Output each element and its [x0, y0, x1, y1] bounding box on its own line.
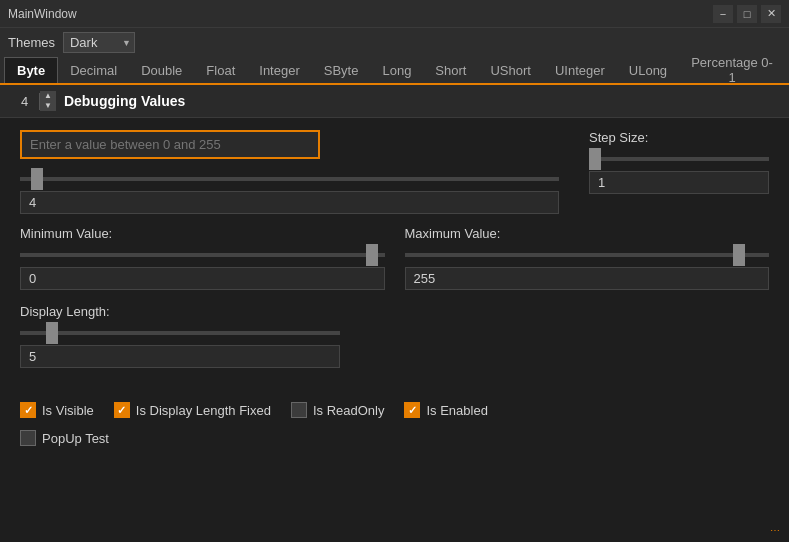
checkbox-is-readonly-label: Is ReadOnly: [313, 403, 385, 418]
title-bar: MainWindow − □ ✕: [0, 0, 789, 28]
checkbox-is-visible-box[interactable]: ✓: [20, 402, 36, 418]
min-value-group: Minimum Value: 0: [20, 226, 385, 290]
tab-long[interactable]: Long: [370, 57, 423, 83]
spinner-buttons: ▲ ▼: [40, 91, 56, 111]
minimize-button[interactable]: −: [713, 5, 733, 23]
checkbox-is-enabled[interactable]: ✓ Is Enabled: [404, 402, 487, 418]
checkbox-is-enabled-label: Is Enabled: [426, 403, 487, 418]
window-controls: − □ ✕: [713, 5, 781, 23]
themes-label: Themes: [8, 35, 55, 50]
tab-percentage[interactable]: Percentage 0-1: [679, 57, 785, 83]
spinner-value: 4: [10, 93, 40, 110]
section-spinner: 4 ▲ ▼: [10, 91, 56, 111]
tab-integer[interactable]: Integer: [247, 57, 311, 83]
main-value-display: 4: [20, 191, 559, 214]
close-button[interactable]: ✕: [761, 5, 781, 23]
tab-short[interactable]: Short: [423, 57, 478, 83]
checkbox-is-display-length-fixed[interactable]: ✓ Is Display Length Fixed: [114, 402, 271, 418]
step-slider-thumb[interactable]: [589, 148, 601, 170]
maximize-button[interactable]: □: [737, 5, 757, 23]
tab-double[interactable]: Double: [129, 57, 194, 83]
checkbox-is-display-length-fixed-label: Is Display Length Fixed: [136, 403, 271, 418]
checkbox-is-visible[interactable]: ✓ Is Visible: [20, 402, 94, 418]
display-length-value-display: 5: [20, 345, 340, 368]
max-value-label: Maximum Value:: [405, 226, 770, 241]
min-slider-container[interactable]: [20, 245, 385, 265]
max-value-display: 255: [405, 267, 770, 290]
popup-checkbox-row: PopUp Test: [0, 426, 789, 450]
max-slider-container[interactable]: [405, 245, 770, 265]
tabs-bar: Byte Decimal Double Float Integer SByte …: [0, 57, 789, 85]
checkbox-is-visible-check: ✓: [24, 404, 33, 417]
main-value-input[interactable]: [20, 130, 320, 159]
checkbox-popup-test-box[interactable]: [20, 430, 36, 446]
min-value-display: 0: [20, 267, 385, 290]
display-length-group: Display Length: 5: [20, 304, 340, 368]
step-slider-container[interactable]: [589, 149, 769, 169]
main-panel: 4 Step Size: 1 Minimum Value: 0 Maximum …: [0, 118, 789, 394]
theme-select-wrapper[interactable]: Dark Light System: [63, 32, 135, 53]
spinner-down-button[interactable]: ▼: [40, 101, 56, 111]
min-max-row: Minimum Value: 0 Maximum Value: 255: [20, 226, 769, 290]
menu-area: Themes Dark Light System: [0, 28, 789, 57]
tab-byte[interactable]: Byte: [4, 57, 58, 83]
checkbox-is-visible-label: Is Visible: [42, 403, 94, 418]
step-size-label: Step Size:: [589, 130, 769, 145]
checkbox-popup-test[interactable]: PopUp Test: [20, 430, 769, 446]
step-value-display: 1: [589, 171, 769, 194]
bottom-dots: ⋯: [770, 525, 781, 536]
display-length-slider-container[interactable]: [20, 323, 340, 343]
display-length-row: Display Length: 5: [20, 304, 769, 368]
tab-float[interactable]: Float: [194, 57, 247, 83]
checkbox-is-readonly-box[interactable]: [291, 402, 307, 418]
checkbox-is-display-length-fixed-check: ✓: [117, 404, 126, 417]
input-step-row: 4 Step Size: 1: [20, 130, 769, 214]
tab-ushort[interactable]: UShort: [478, 57, 542, 83]
checkbox-is-enabled-box[interactable]: ✓: [404, 402, 420, 418]
max-value-group: Maximum Value: 255: [405, 226, 770, 290]
tab-uinteger[interactable]: UInteger: [543, 57, 617, 83]
window-title: MainWindow: [8, 7, 77, 21]
spinner-up-button[interactable]: ▲: [40, 91, 56, 101]
checkbox-is-enabled-check: ✓: [408, 404, 417, 417]
checkbox-is-readonly[interactable]: Is ReadOnly: [291, 402, 385, 418]
min-value-label: Minimum Value:: [20, 226, 385, 241]
section-header: 4 ▲ ▼ Debugging Values: [0, 85, 789, 118]
main-slider-container[interactable]: [20, 169, 559, 189]
tab-ulong[interactable]: ULong: [617, 57, 679, 83]
main-slider-thumb[interactable]: [31, 168, 43, 190]
display-length-label: Display Length:: [20, 304, 340, 319]
section-title: Debugging Values: [64, 93, 185, 109]
theme-select[interactable]: Dark Light System: [63, 32, 135, 53]
value-input-row: [20, 130, 559, 159]
tab-sbyte[interactable]: SByte: [312, 57, 371, 83]
step-size-group: Step Size: 1: [589, 130, 769, 194]
checkboxes-row: ✓ Is Visible ✓ Is Display Length Fixed I…: [0, 394, 789, 426]
main-input-group: 4: [20, 130, 559, 214]
checkbox-popup-test-label: PopUp Test: [42, 431, 109, 446]
checkbox-is-display-length-fixed-box[interactable]: ✓: [114, 402, 130, 418]
max-slider-thumb[interactable]: [733, 244, 745, 266]
tab-decimal[interactable]: Decimal: [58, 57, 129, 83]
min-slider-thumb[interactable]: [366, 244, 378, 266]
display-length-slider-thumb[interactable]: [46, 322, 58, 344]
